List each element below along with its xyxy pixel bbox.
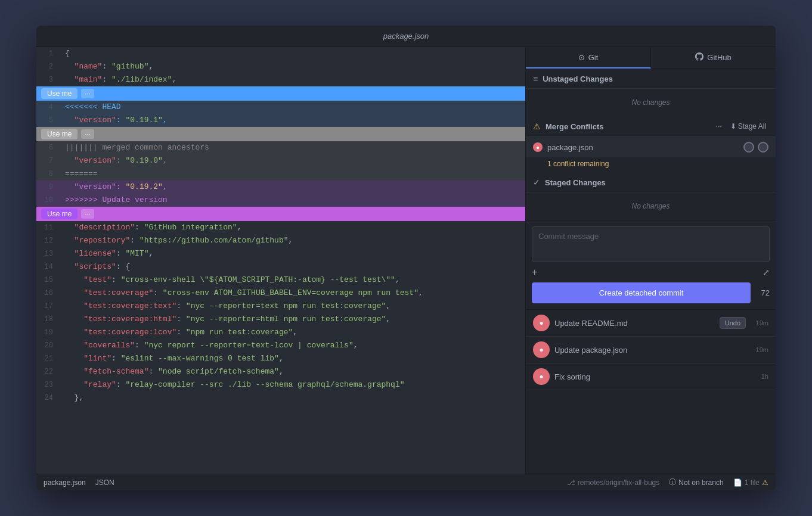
commit-bottom-bar: + ⤢	[532, 267, 770, 278]
branch-info[interactable]: ⎇ remotes/origin/fix-all-bugs	[567, 478, 659, 487]
code-line-10: 10 >>>>>>> Update version	[36, 194, 525, 207]
file-count-status: 📄 1 file ⚠	[733, 478, 768, 487]
use-me-button-ancestor[interactable]: Use me	[41, 129, 78, 139]
branch-icon: ⎇	[567, 478, 575, 487]
panel-content: ≡ Unstaged Changes No changes ⚠ Merge Co…	[526, 69, 776, 474]
more-options-ours[interactable]: ···	[81, 89, 94, 98]
merge-conflicts-menu-btn[interactable]: ···	[714, 121, 724, 132]
staged-header: ✓ Staged Changes	[526, 173, 776, 192]
code-line-24: 24 },	[36, 391, 525, 405]
commit-time-1: 19m	[751, 346, 768, 353]
use-me-button-ours[interactable]: Use me	[41, 88, 78, 99]
commit-avatar-0: ●	[533, 315, 550, 331]
line-content-15: "test": "cross-env-shell \"${ATOM_SCRIPT…	[60, 273, 525, 287]
conflict-use-ours-btn[interactable]	[743, 142, 754, 153]
commit-msg-2: Fix sorting	[554, 372, 746, 381]
line-num-22: 22	[36, 365, 60, 378]
code-line-15: 15 "test": "cross-env-shell \"${ATOM_SCR…	[36, 273, 525, 287]
conflict-file-item[interactable]: ● package.json	[526, 137, 776, 157]
merge-conflicts-actions: ··· ⬇ Stage All	[714, 121, 768, 132]
tab-github[interactable]: GitHub	[651, 47, 776, 69]
recent-commits: ● Update README.md Undo 19m ● Update pac…	[526, 309, 776, 390]
code-line-2: 2 "name": "github",	[36, 60, 525, 73]
status-filename: package.json	[44, 478, 86, 487]
code-line-12: 12 "repository": "https://github.com/ato…	[36, 234, 525, 247]
line-num-18: 18	[36, 313, 60, 326]
line-content-20: "coveralls": "nyc report --reporter=text…	[60, 339, 525, 352]
use-me-bar-ours: Use me ···	[36, 86, 525, 101]
line-content-12: "repository": "https://github.com/atom/g…	[60, 234, 525, 247]
conflict-file-name: package.json	[547, 143, 739, 152]
title-bar: package.json	[36, 26, 776, 47]
line-content-3: "main": "./lib/index",	[60, 73, 525, 86]
line-content-23: "relay": "relay-compiler --src ./lib --s…	[60, 378, 525, 391]
line-content-17: "test:coverage:text": "nyc --reporter=te…	[60, 300, 525, 313]
unstaged-header-icon: ≡	[533, 74, 538, 83]
tab-git[interactable]: ⊙ Git	[526, 47, 651, 69]
git-tab-label: Git	[588, 53, 599, 62]
line-content-10: >>>>>>> Update version	[60, 194, 525, 207]
right-panel: ⊙ Git GitHub ≡ Unstag	[525, 47, 776, 474]
code-line-19: 19 "test:coverage:lcov": "npm run test:c…	[36, 326, 525, 339]
commit-time-0: 19m	[751, 319, 768, 327]
staged-title: Staged Changes	[545, 178, 768, 187]
status-language: JSON	[95, 478, 114, 487]
commit-avatar-1: ●	[533, 341, 550, 358]
line-num-21: 21	[36, 352, 60, 365]
code-line-18: 18 "test:coverage:html": "nyc --reporter…	[36, 313, 525, 326]
use-me-bar-theirs: Use me ···	[36, 207, 525, 221]
stage-all-icon: ⬇	[730, 122, 736, 130]
commit-area: + ⤢ Create detached commit 72	[526, 220, 776, 309]
unstaged-no-changes: No changes	[526, 89, 776, 116]
commit-count: 72	[755, 288, 770, 297]
line-num-2: 2	[36, 60, 60, 73]
app-window: package.json 1 { 2 "name": "github", 3 "…	[36, 26, 776, 490]
code-line-17: 17 "test:coverage:text": "nyc --reporter…	[36, 300, 525, 313]
main-area: 1 { 2 "name": "github", 3 "main": "./lib…	[36, 47, 776, 474]
line-num-17: 17	[36, 300, 60, 313]
line-content-8: =======	[60, 167, 525, 181]
commit-item-0[interactable]: ● Update README.md Undo 19m	[526, 310, 776, 337]
commit-info-2: Fix sorting	[554, 372, 746, 381]
github-tab-icon	[695, 52, 703, 63]
expand-commit-btn[interactable]: ⤢	[763, 268, 770, 277]
line-content-18: "test:coverage:html": "nyc --reporter=ht…	[60, 313, 525, 326]
stage-all-label: Stage All	[738, 122, 766, 130]
merge-conflicts-title: Merge Conflicts	[546, 122, 709, 131]
undo-button-0[interactable]: Undo	[720, 317, 746, 329]
line-num-15: 15	[36, 273, 60, 287]
add-co-author-btn[interactable]: +	[532, 267, 537, 278]
line-content-4: <<<<<<< HEAD	[60, 101, 525, 114]
title-bar-text: package.json	[383, 32, 429, 41]
line-num-13: 13	[36, 247, 60, 260]
commit-msg-1: Update package.json	[554, 346, 746, 355]
conflict-file-icon: ●	[533, 142, 543, 152]
line-content-11: "description": "GitHub integration",	[60, 221, 525, 234]
line-content-24: },	[60, 391, 525, 405]
more-options-theirs[interactable]: ···	[81, 209, 94, 219]
code-line-14: 14 "scripts": {	[36, 260, 525, 273]
editor-pane[interactable]: 1 { 2 "name": "github", 3 "main": "./lib…	[36, 47, 525, 474]
line-num-7: 7	[36, 154, 60, 167]
commit-item-2[interactable]: ● Fix sorting 1h	[526, 363, 776, 390]
create-commit-button[interactable]: Create detached commit	[532, 282, 751, 303]
use-me-bar-ancestor: Use me ···	[36, 127, 525, 141]
line-num-20: 20	[36, 339, 60, 352]
code-line-6: 6 ||||||| merged common ancestors	[36, 141, 525, 154]
conflict-use-theirs-btn[interactable]	[758, 142, 768, 153]
commit-message-input[interactable]	[532, 226, 770, 262]
conflict-status: 1 conflict remaining	[526, 157, 776, 173]
line-num-6: 6	[36, 141, 60, 154]
line-num-19: 19	[36, 326, 60, 339]
code-line-22: 22 "fetch-schema": "node script/fetch-sc…	[36, 365, 525, 378]
line-content-16: "test:coverage": "cross-env ATOM_GITHUB_…	[60, 287, 525, 300]
unstaged-title: Unstaged Changes	[543, 74, 768, 83]
use-me-button-theirs[interactable]: Use me	[41, 209, 78, 219]
stage-all-btn[interactable]: ⬇ Stage All	[728, 121, 768, 132]
more-options-ancestor[interactable]: ···	[81, 129, 94, 139]
commit-item-1[interactable]: ● Update package.json 19m	[526, 337, 776, 363]
line-content-21: "lint": "eslint --max-warnings 0 test li…	[60, 352, 525, 365]
code-line-3: 3 "main": "./lib/index",	[36, 73, 525, 86]
conflict-file-actions	[743, 142, 768, 153]
panel-tabs: ⊙ Git GitHub	[526, 47, 776, 69]
